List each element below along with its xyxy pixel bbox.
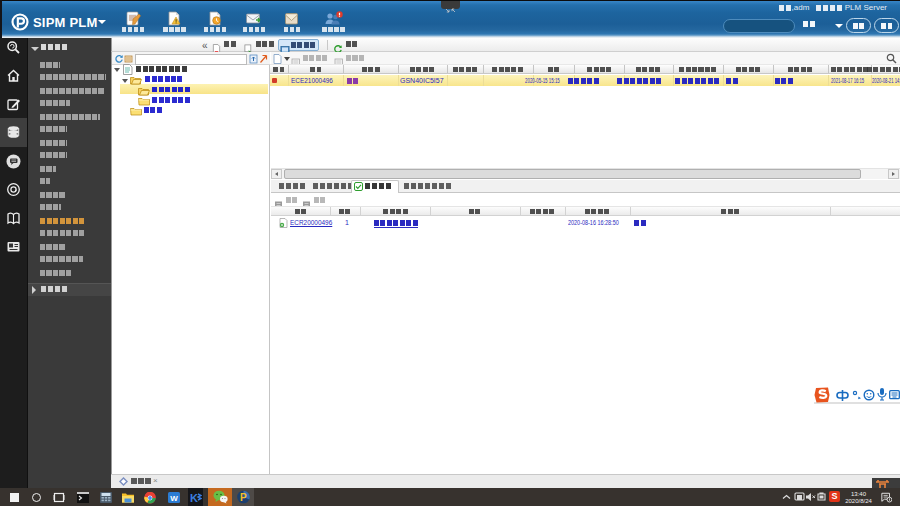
svg-text:K: K — [190, 492, 198, 503]
svg-text:W: W — [170, 494, 178, 503]
svg-text:P: P — [240, 492, 247, 503]
